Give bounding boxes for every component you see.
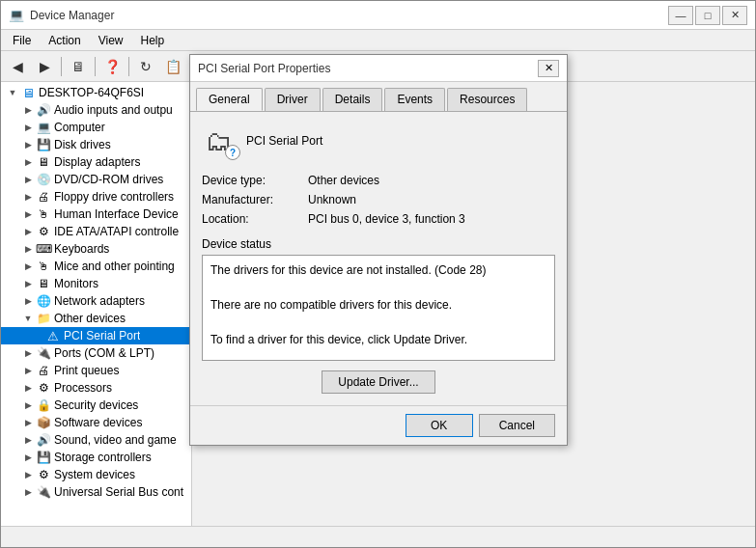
toolbar-separator-3 [128,57,129,76]
list-item[interactable]: ▶ 🖥 Display adapters [1,153,191,171]
list-item[interactable]: ▶ 🔌 Universal Serial Bus cont [1,483,191,501]
menu-file[interactable]: File [5,32,39,49]
tree-item-label: Processors [54,381,112,395]
tree-item-label: Network adapters [54,294,145,308]
close-button[interactable]: ✕ [722,6,747,25]
device-icon: ⌨ [36,241,51,257]
expand-icon: ▶ [20,467,36,482]
tree-item-label: Keyboards [54,242,109,256]
help-button[interactable]: ❓ [99,54,125,79]
refresh-button[interactable]: ↻ [133,54,158,79]
device-status-label: Device status [202,237,555,251]
update-driver-button[interactable]: Update Driver... [322,370,434,394]
expand-icon: ▶ [20,172,36,187]
dialog-tabs: General Driver Details Events Resources [190,82,567,112]
props-button[interactable]: 📋 [160,54,185,79]
warning-icon: ⚠ [45,328,61,343]
device-icon: 🔊 [36,432,51,448]
maximize-button[interactable]: □ [695,6,720,25]
minimize-button[interactable]: — [668,6,693,25]
list-item[interactable]: ▶ 🖨 Floppy drive controllers [1,188,191,206]
list-item[interactable]: ▶ 🔊 Sound, video and game [1,431,191,449]
device-status-box[interactable]: The drivers for this device are not inst… [202,255,555,361]
list-item[interactable]: ▶ 📦 Software devices [1,414,191,431]
device-icon: 🖨 [36,189,51,205]
list-item[interactable]: ▶ 💾 Storage controllers [1,449,191,466]
list-item[interactable]: ▶ ⚙ Processors [1,379,191,397]
tree-item-label: System devices [54,468,135,481]
status-line-3: To find a driver for this device, click … [210,331,546,348]
forward-button[interactable]: ▶ [32,54,57,79]
expand-icon: ▶ [20,484,36,500]
tab-resources[interactable]: Resources [447,88,527,111]
dialog-title: PCI Serial Port Properties [198,62,330,75]
tree-item-label: Security devices [54,398,138,412]
list-item[interactable]: ▶ 🖱 Human Interface Device [1,206,191,223]
list-item[interactable]: ▶ ⚙ IDE ATA/ATAPI controlle [1,223,191,240]
tree-item-label: Audio inputs and outpu [54,103,173,117]
statusbar [1,526,755,547]
tree-item-label: PCI Serial Port [64,329,140,342]
expand-icon: ▶ [20,293,36,309]
list-item[interactable]: ▶ ⌨ Keyboards [1,240,191,258]
device-icon: 💾 [36,450,51,465]
device-icon: 💻 [36,120,51,135]
expand-icon: ▶ [20,259,36,274]
expand-icon: ▶ [20,206,36,222]
device-icon: 🔌 [36,345,51,361]
dialog-body: 🗂 ? PCI Serial Port Device type: Other d… [190,112,567,405]
list-item[interactable]: ▶ 💾 Disk drives [1,136,191,153]
expand-icon: ▶ [20,397,36,413]
menu-help[interactable]: Help [133,32,173,49]
list-item[interactable]: ▶ 🔒 Security devices [1,397,191,414]
list-item[interactable]: ▶ 🖥 Monitors [1,275,191,292]
tab-details[interactable]: Details [322,88,383,111]
menu-action[interactable]: Action [41,32,88,49]
device-properties: Device type: Other devices Manufacturer:… [202,174,555,226]
dialog-footer: OK Cancel [190,405,567,445]
tab-driver[interactable]: Driver [265,88,321,111]
list-item[interactable]: ▶ ⚙ System devices [1,466,191,483]
titlebar-controls: — □ ✕ [668,6,747,25]
dialog-close-button[interactable]: ✕ [538,60,559,77]
expand-icon: ▶ [20,154,36,170]
list-item[interactable]: ▶ 💿 DVD/CD-ROM drives [1,171,191,188]
list-item[interactable]: ▶ 💻 Computer [1,119,191,136]
device-icon: 💾 [36,137,51,152]
list-item[interactable]: ⚠ PCI Serial Port [1,327,191,344]
status-line-2: There are no compatible drivers for this… [210,296,546,314]
expand-icon: ▶ [20,415,36,430]
tree-item-label: DVD/CD-ROM drives [54,173,163,186]
menu-view[interactable]: View [91,32,131,49]
prop-row-type: Device type: Other devices [202,174,555,187]
expand-icon: ▶ [20,345,36,361]
ok-button[interactable]: OK [406,414,473,437]
list-item[interactable]: ▶ 🖱 Mice and other pointing [1,258,191,275]
tree-root[interactable]: ▼ 🖥 DESKTOP-64QF6SI [1,84,191,101]
device-type-label: Device type: [202,174,308,187]
dialog-titlebar: PCI Serial Port Properties ✕ [190,55,567,82]
device-icon: 💿 [36,172,51,187]
prop-row-manufacturer: Manufacturer: Unknown [202,193,555,206]
device-icon: 🔒 [36,397,51,413]
tree-item-label: Floppy drive controllers [54,190,174,204]
tab-events[interactable]: Events [384,88,445,111]
tree-item-label: Display adapters [54,155,140,169]
tab-general[interactable]: General [196,88,263,111]
computer-button[interactable]: 🖥 [66,54,91,79]
list-item[interactable]: ▶ 🔊 Audio inputs and outpu [1,101,191,119]
list-item[interactable]: ▶ 🖨 Print queues [1,362,191,379]
list-item[interactable]: ▶ 🔌 Ports (COM & LPT) [1,344,191,362]
tree-item-label: Mice and other pointing [54,260,175,273]
tree-item-label: IDE ATA/ATAPI controlle [54,225,179,238]
list-item[interactable]: ▼ 📁 Other devices [1,310,191,327]
cancel-button[interactable]: Cancel [479,414,555,437]
device-tree[interactable]: ▼ 🖥 DESKTOP-64QF6SI ▶ 🔊 Audio inputs and… [1,82,192,526]
tree-item-label: Human Interface Device [54,207,179,221]
list-item[interactable]: ▶ 🌐 Network adapters [1,292,191,310]
computer-icon: 🖥 [20,85,36,100]
device-name: PCI Serial Port [246,134,322,148]
app-icon: 💻 [9,8,24,22]
back-button[interactable]: ◀ [5,54,30,79]
device-icon: 🖱 [36,206,51,222]
